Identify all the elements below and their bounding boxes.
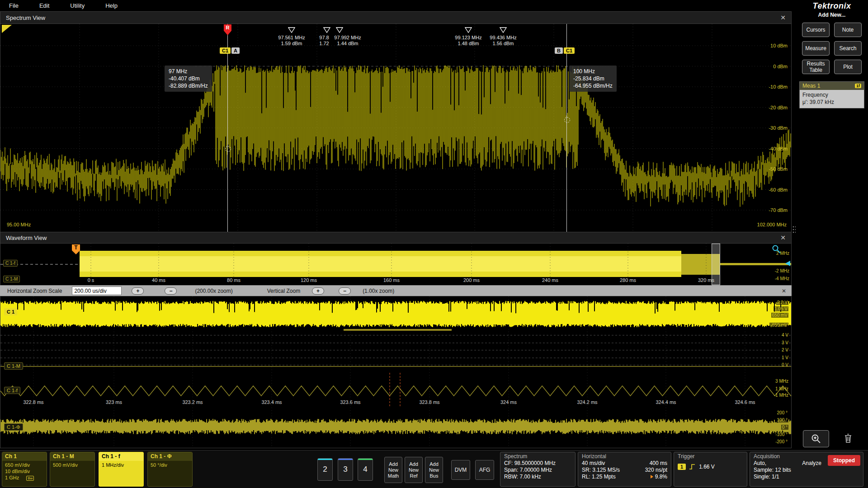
c1-scale-label: 650 mV [771, 313, 788, 318]
channel-3-label: 3 [343, 465, 347, 474]
horizontal-zoom-scale-input[interactable] [72, 286, 122, 295]
peak-marker-icon[interactable] [500, 27, 507, 33]
add-new-bus-button[interactable]: Add New Bus [425, 457, 443, 483]
plot-button[interactable]: Plot [834, 60, 862, 74]
cursor-a-handle[interactable] [225, 146, 231, 152]
menu-file[interactable]: File [9, 2, 19, 9]
peak-marker-icon[interactable] [323, 27, 330, 33]
peak-marker-icon[interactable] [288, 27, 295, 33]
zoom-c1m-badge[interactable]: C 1-M [4, 362, 23, 370]
horizontal-settings-panel[interactable]: Horizontal 40 ms/div 400 ms SR: 3.125 MS… [578, 452, 671, 487]
volt-grid-label: 4 V [782, 333, 788, 338]
trash-button[interactable] [835, 430, 861, 446]
zoom-c1-badge[interactable]: C 1 [4, 308, 17, 315]
vertical-zoom-label: Vertical Zoom [267, 288, 300, 294]
trigger-source-badge: 1 [678, 464, 686, 470]
cursor-a-source-badge[interactable]: C1 [220, 47, 231, 54]
trigger-slope-icon [689, 464, 696, 470]
menu-help[interactable]: Help [105, 2, 118, 9]
channel-4-button[interactable]: 4 [358, 458, 373, 481]
cursors-button[interactable]: Cursors [802, 23, 830, 37]
zoom-time-label: 323.4 ms [261, 399, 282, 405]
ch1-badge[interactable]: Ch 1 650 mV/div 10 dBm/div 1 GHzBw [2, 452, 47, 487]
tektronix-logo: Tektronix [796, 1, 868, 11]
ch1-phi-badge-title: Ch 1 - Φ [148, 452, 192, 461]
acquisition-mode: Auto, [754, 460, 766, 467]
pan-arrow-icon[interactable] [785, 261, 790, 266]
afg-button[interactable]: AFG [475, 460, 494, 480]
add-new-ref-button[interactable]: Add New Ref [405, 457, 423, 483]
zoom-time-label: 324.6 ms [735, 399, 755, 405]
trigger-settings-panel[interactable]: Trigger 1 1.66 V [674, 452, 747, 487]
overview-time-label: 80 ms [227, 277, 241, 283]
waveform-view-close-icon[interactable]: ✕ [780, 234, 786, 241]
meas1-body: Frequency μ': 39.07 kHz [800, 90, 864, 108]
add-new-bus-line1: Add [429, 461, 439, 467]
cursor-b-line[interactable] [566, 24, 567, 232]
spectrum-settings-panel[interactable]: Spectrum CF: 98.5000000 MHz Span: 7.0000… [500, 452, 576, 487]
zoom-close-icon[interactable]: ✕ [782, 288, 786, 294]
add-new-math-button[interactable]: Add New Math [384, 457, 402, 483]
zoom-time-label: 323.8 ms [419, 399, 439, 405]
spectrum-y-label: -70 dBm [769, 207, 788, 213]
overview-c1m-handle[interactable]: C 1-M [3, 276, 20, 282]
freq-scale-label: 3 MHz [775, 379, 788, 384]
spectrum-y-label: 0 dBm [773, 64, 788, 69]
vzoom-decrease-button[interactable]: − [339, 287, 351, 295]
ch1-f-scale: 1 MHz/div [102, 462, 141, 468]
hzoom-increase-button[interactable]: + [132, 287, 144, 295]
phase-scale-label: 100 ° [776, 418, 788, 422]
add-new-label[interactable]: Add New... [796, 12, 868, 18]
cursor-b-readout: 100 MHz -25.834 dBm -64.955 dBm/Hz [569, 66, 617, 92]
spectrum-view-header: Spectrum View ✕ [0, 12, 791, 24]
hzoom-decrease-button[interactable]: − [165, 287, 177, 295]
freq-scale-label: 1 MHz [775, 386, 788, 391]
cursor-b-source-badge[interactable]: C1 [564, 47, 575, 54]
zoom-c1f-badge[interactable]: C 1-f [4, 387, 20, 394]
cursor-a-label-badge[interactable]: A [231, 47, 240, 54]
peak-marker-ampl: 1.48 dBm [458, 41, 479, 46]
channel-2-button[interactable]: 2 [317, 458, 333, 481]
peak-marker-freq: 97.561 MHz [278, 35, 305, 40]
horizontal-utilization: 9.8% [655, 474, 667, 480]
channel-3-button[interactable]: 3 [338, 458, 353, 481]
menu-edit[interactable]: Edit [39, 2, 49, 9]
results-table-button[interactable]: Results Table [802, 60, 830, 74]
spectrum-cf: CF: 98.5000000 MHz [504, 460, 571, 467]
overview-c1f-handle[interactable]: C 1-f [3, 260, 18, 267]
peak-marker-freq: 97.8 [319, 35, 329, 40]
overview-time-label: 40 ms [152, 277, 165, 283]
cursor-b-badges[interactable]: B C1 [555, 47, 575, 54]
dvm-button[interactable]: DVM [451, 460, 470, 480]
ch1-phi-badge[interactable]: Ch 1 - Φ 50 °/div [147, 452, 193, 487]
peak-marker-ampl: 1.72 [319, 41, 329, 46]
meas1-panel[interactable]: Meas 1 1f Frequency μ': 39.07 kHz [799, 81, 864, 108]
acquisition-single: Single: 1/1 [754, 474, 821, 480]
peak-marker-icon[interactable] [465, 27, 472, 33]
note-button[interactable]: Note [834, 23, 862, 37]
spectrum-y-label: -40 dBm [769, 146, 788, 151]
ch1-m-badge[interactable]: Ch 1 - M 500 mV/div [50, 452, 95, 487]
spectrum-y-label: -50 dBm [769, 166, 788, 172]
measure-button[interactable]: Measure [802, 41, 830, 56]
cursor-a-line[interactable] [227, 24, 228, 232]
spectrum-span: Span: 7.00000 MHz [504, 467, 571, 474]
zoom-time-label: 324.2 ms [577, 399, 597, 405]
cursor-b-label-badge[interactable]: B [555, 47, 563, 54]
cursor-b-handle[interactable] [564, 117, 570, 123]
add-new-math-line3: Math [388, 473, 399, 479]
utilization-icon [651, 475, 653, 479]
zoom-c1phi-badge[interactable]: C 1-Φ [4, 423, 23, 431]
oscilloscope-app: File Edit Utility Help Spectrum View ✕ R… [0, 0, 868, 488]
channel-2-label: 2 [323, 465, 327, 474]
ch1-f-badge[interactable]: Ch 1 - f 1 MHz/div [99, 452, 144, 487]
peak-marker-icon[interactable] [336, 27, 343, 33]
menu-utility[interactable]: Utility [70, 2, 85, 9]
cursor-a-badges[interactable]: C1 A [220, 47, 240, 54]
peak-marker-ampl: 1.59 dBm [281, 41, 302, 46]
vzoom-increase-button[interactable]: + [312, 287, 324, 295]
sidebar-buttons: Cursors Note Measure Search Results Tabl… [796, 18, 868, 74]
zoom-mode-button[interactable] [803, 430, 829, 447]
search-button[interactable]: Search [834, 41, 862, 56]
spectrum-view-close-icon[interactable]: ✕ [780, 14, 786, 21]
